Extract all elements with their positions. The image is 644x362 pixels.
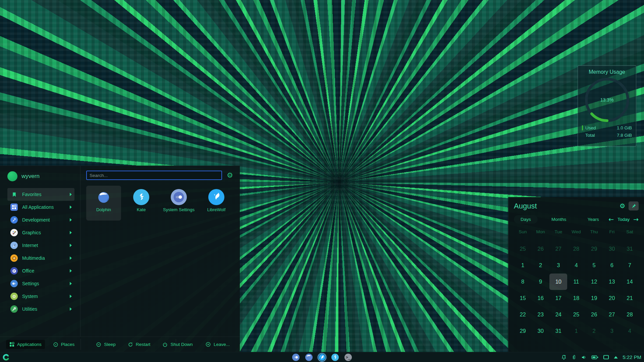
sidebar-item-label: Settings (22, 281, 39, 286)
calendar-day[interactable]: 28 (567, 241, 585, 257)
user-row[interactable]: wyvern (0, 169, 80, 183)
calendar-day[interactable]: 30 (603, 241, 621, 257)
memory-usage-widget: Memory Usage 13.3% Used 1.0 GiB Total 7.… (578, 65, 636, 146)
app-launcher-button[interactable] (1, 353, 11, 362)
task-librewolf[interactable] (318, 354, 326, 361)
applications-label: Applications (17, 342, 42, 347)
next-month-arrow[interactable]: → (633, 216, 639, 223)
calendar-day[interactable]: 25 (514, 241, 532, 257)
calendar-day[interactable]: 16 (532, 290, 549, 306)
calendar-widget: August ⚙ Days Months Years ← Today → Sun… (508, 197, 644, 352)
calendar-day[interactable]: 29 (585, 241, 603, 257)
sleep-button[interactable]: Sleep (93, 340, 119, 349)
places-tab[interactable]: Places (50, 340, 78, 349)
sidebar-item-internet[interactable]: Internet (7, 239, 74, 252)
calendar-day[interactable]: 21 (621, 290, 639, 306)
task-system-settings[interactable] (292, 354, 300, 361)
calendar-day[interactable]: 25 (567, 306, 585, 323)
weekday-header: Sun (514, 229, 532, 241)
leave-button[interactable]: Leave... (202, 340, 233, 349)
sleep-icon (96, 342, 101, 347)
favorite-dolphin[interactable]: Dolphin (86, 186, 121, 221)
calendar-day[interactable]: 1 (567, 323, 585, 339)
calendar-day[interactable]: 30 (532, 323, 549, 339)
pin-button[interactable] (629, 201, 639, 210)
volume-icon[interactable] (581, 354, 587, 360)
calendar-day[interactable]: 23 (532, 306, 549, 323)
restart-button[interactable]: Restart (124, 340, 154, 349)
sidebar-item-label: Graphics (22, 230, 41, 235)
expand-tray-caret-icon[interactable] (613, 356, 618, 359)
calendar-day[interactable]: 7 (621, 257, 639, 274)
favorite-librewolf[interactable]: LibreWolf (199, 186, 234, 221)
calendar-day[interactable]: 11 (567, 274, 585, 290)
sidebar-item-office[interactable]: Office (7, 264, 74, 277)
clipboard-paperclip-icon[interactable] (571, 354, 577, 360)
calendar-day[interactable]: 2 (532, 257, 549, 274)
sidebar-item-label: Office (22, 268, 34, 274)
sidebar-item-all-applications[interactable]: All Applications (7, 201, 74, 214)
task-kate[interactable] (331, 354, 339, 361)
calendar-day[interactable]: 13 (603, 274, 621, 290)
tab-months[interactable]: Months (544, 217, 574, 222)
sidebar-item-settings[interactable]: Settings (7, 277, 74, 290)
calendar-day[interactable]: 29 (514, 323, 532, 339)
graphics-icon (10, 229, 18, 236)
today-button[interactable]: Today (618, 217, 630, 222)
display-icon[interactable] (603, 355, 609, 360)
calendar-day-today[interactable]: 10 (549, 274, 567, 290)
sidebar-item-graphics[interactable]: Graphics (7, 226, 74, 239)
calendar-day[interactable]: 19 (585, 290, 603, 306)
search-input[interactable] (86, 171, 222, 180)
calendar-day[interactable]: 26 (585, 306, 603, 323)
sidebar-item-multimedia[interactable]: Multimedia (7, 252, 74, 264)
battery-icon[interactable] (591, 355, 599, 360)
tab-years[interactable]: Years (578, 217, 608, 222)
calendar-day[interactable]: 27 (603, 306, 621, 323)
calendar-day[interactable]: 31 (549, 323, 567, 339)
gear-icon[interactable]: ⚙ (227, 172, 233, 179)
calendar-day[interactable]: 4 (621, 323, 639, 339)
calendar-day[interactable]: 18 (567, 290, 585, 306)
calendar-day[interactable]: 8 (514, 274, 532, 290)
notifications-icon[interactable] (561, 354, 567, 360)
task-konsole[interactable]: >_ (344, 354, 352, 361)
tab-days[interactable]: Days (514, 215, 538, 224)
calendar-day[interactable]: 1 (514, 257, 532, 274)
calendar-day[interactable]: 15 (514, 290, 532, 306)
calendar-day[interactable]: 17 (549, 290, 567, 306)
calendar-day[interactable]: 31 (621, 241, 639, 257)
sidebar-item-system[interactable]: ⚙ System (7, 290, 74, 303)
favorite-kate[interactable]: Kate (124, 186, 159, 221)
calendar-day[interactable]: 26 (532, 241, 549, 257)
chevron-right-icon (70, 282, 72, 285)
calendar-day[interactable]: 6 (603, 257, 621, 274)
calendar-day[interactable]: 12 (585, 274, 603, 290)
calendar-day[interactable]: 5 (585, 257, 603, 274)
sidebar-item-utilities[interactable]: Utilities (7, 303, 74, 315)
calendar-day[interactable]: 27 (549, 241, 567, 257)
chevron-right-icon (70, 307, 72, 311)
applications-tab[interactable]: Applications (6, 340, 45, 349)
sidebar-item-favorites[interactable]: Favorites (7, 188, 74, 201)
calendar-day[interactable]: 3 (549, 257, 567, 274)
calendar-day[interactable]: 28 (621, 306, 639, 323)
calendar-day[interactable]: 4 (567, 257, 585, 274)
sidebar-item-development[interactable]: Development (7, 214, 74, 226)
previous-month-arrow[interactable]: ← (608, 216, 614, 223)
launcher-footer: Applications Places Sleep Restart Shut D… (0, 337, 240, 352)
task-manager: >_ (292, 354, 352, 361)
restart-label: Restart (136, 342, 151, 347)
calendar-settings-icon[interactable]: ⚙ (620, 203, 625, 209)
clock[interactable]: 5:22 PM (623, 354, 641, 360)
calendar-day[interactable]: 20 (603, 290, 621, 306)
shutdown-button[interactable]: Shut Down (159, 340, 196, 349)
calendar-day[interactable]: 9 (532, 274, 549, 290)
task-dolphin[interactable] (305, 354, 313, 361)
calendar-day[interactable]: 2 (585, 323, 603, 339)
calendar-day[interactable]: 24 (549, 306, 567, 323)
favorite-system-settings[interactable]: System Settings (161, 186, 196, 221)
calendar-day[interactable]: 22 (514, 306, 532, 323)
calendar-day[interactable]: 3 (603, 323, 621, 339)
calendar-day[interactable]: 14 (621, 274, 639, 290)
